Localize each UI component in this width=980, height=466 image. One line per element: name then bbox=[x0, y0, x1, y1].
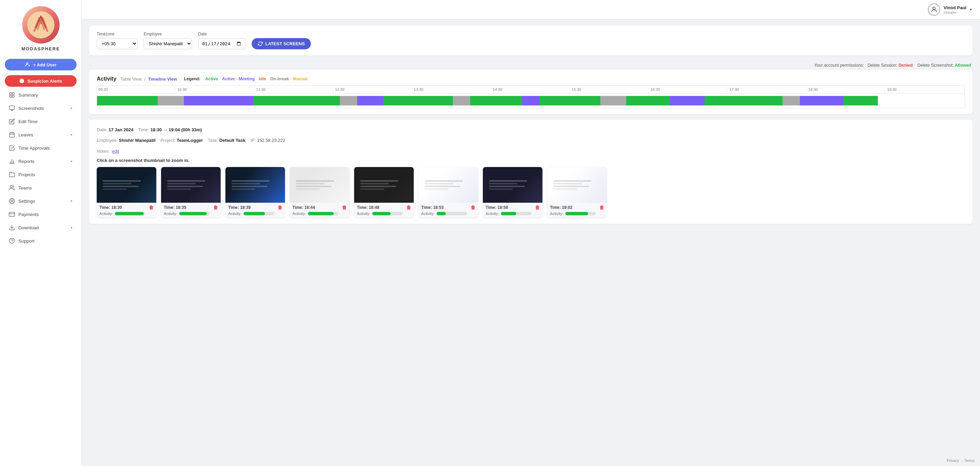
bar-chart-icon bbox=[9, 158, 15, 164]
nav-label-leaves: Leaves bbox=[18, 132, 67, 138]
activity-bar-container: Activity: bbox=[421, 212, 476, 216]
session-info: Date: 17 Jan 2024 Time: 18:30 → 19:04 (0… bbox=[97, 126, 965, 134]
delete-screenshot-button[interactable]: 🗑 bbox=[149, 205, 154, 210]
calendar-icon bbox=[9, 132, 15, 138]
screenshot-card[interactable]: Time: 19:02 🗑 Activity: bbox=[547, 167, 607, 218]
timeline-segment bbox=[97, 96, 158, 105]
thumb-line bbox=[167, 183, 196, 184]
employee-select[interactable]: Shishir Manepatil bbox=[144, 38, 192, 49]
activity-bar-container: Activity: bbox=[228, 212, 282, 216]
svg-rect-6 bbox=[13, 95, 14, 97]
suspicion-alerts-button[interactable]: Suspicion Alerts bbox=[5, 75, 76, 87]
add-user-label: + Add User bbox=[33, 62, 57, 67]
timeline-segment bbox=[357, 96, 383, 105]
nav-item-payments[interactable]: Payments bbox=[2, 208, 80, 221]
legend-manual: Manual bbox=[293, 76, 307, 81]
employee-label: Employee: bbox=[97, 138, 118, 143]
view-links: Table View / Timeline View bbox=[121, 76, 177, 82]
nav-item-screenshots[interactable]: Screenshots ▾ bbox=[2, 102, 80, 115]
thumb-line bbox=[167, 186, 203, 187]
time-value: 18:30 → 19:04 (00h 33m) bbox=[151, 127, 202, 132]
delete-screenshot-button[interactable]: 🗑 bbox=[599, 205, 604, 210]
screenshot-card[interactable]: Time: 18:39 🗑 Activity: bbox=[226, 167, 285, 218]
permissions-bar: Your account permissions: Delete Session… bbox=[89, 61, 972, 68]
nav-item-download[interactable]: Download ▾ bbox=[2, 221, 80, 234]
terms-link[interactable]: Terms bbox=[964, 458, 975, 463]
svg-rect-4 bbox=[10, 92, 11, 94]
timeline-view-link[interactable]: Timeline View bbox=[148, 76, 177, 82]
screenshot-card[interactable]: Time: 18:30 🗑 Activity: bbox=[97, 167, 156, 218]
delete-screenshot-button[interactable]: 🗑 bbox=[471, 205, 476, 210]
delete-screenshot-button[interactable]: 🗑 bbox=[406, 205, 411, 210]
screenshot-card[interactable]: Time: 18:53 🗑 Activity: bbox=[418, 167, 478, 218]
activity-bar-fill bbox=[243, 212, 265, 215]
nav-item-leaves[interactable]: Leaves ▾ bbox=[2, 128, 80, 141]
timezone-select[interactable]: +05:30 bbox=[97, 38, 138, 49]
nav-item-settings[interactable]: Settings ▾ bbox=[2, 195, 80, 208]
timeline-segment bbox=[253, 96, 340, 105]
nav-label-reports: Reports bbox=[18, 159, 67, 164]
activity-bar-fill bbox=[565, 212, 589, 215]
activity-label: Activity: bbox=[485, 212, 499, 216]
thumb-line bbox=[296, 186, 332, 187]
topbar: Vinod Paul cssuper ▾ bbox=[82, 0, 980, 19]
timeline-gap bbox=[878, 96, 965, 105]
logo-text: MODASPHERE bbox=[21, 46, 60, 51]
nav-item-reports[interactable]: Reports ▾ bbox=[2, 155, 80, 168]
chevron-icon: ▾ bbox=[70, 225, 73, 230]
activity-bar-container: Activity: bbox=[293, 212, 347, 216]
svg-rect-5 bbox=[13, 92, 14, 94]
svg-point-3 bbox=[21, 80, 23, 82]
screenshot-card[interactable]: Time: 18:58 🗑 Activity: bbox=[483, 167, 542, 218]
screenshot-card[interactable]: Time: 18:44 🗑 Activity: bbox=[290, 167, 349, 218]
thumb-line bbox=[167, 189, 191, 190]
screenshot-card[interactable]: Time: 18:35 🗑 Activity: bbox=[161, 167, 221, 218]
nav-item-projects[interactable]: Projects bbox=[2, 168, 80, 181]
svg-rect-11 bbox=[10, 133, 14, 138]
legend-idle: Idle bbox=[259, 76, 266, 81]
thumb-line bbox=[360, 180, 398, 182]
thumb-line bbox=[103, 186, 138, 187]
nav-item-time-approvals[interactable]: Time Approvals bbox=[2, 141, 80, 154]
latest-screens-label: LATEST SCREENS bbox=[265, 41, 305, 46]
timeline-segment bbox=[800, 96, 843, 105]
add-user-button[interactable]: + Add User bbox=[5, 59, 76, 70]
chevron-icon: ▾ bbox=[70, 133, 73, 137]
legend-label: Legend: bbox=[184, 76, 200, 81]
screenshot-time-row: Time: 18:53 🗑 bbox=[421, 205, 476, 210]
date-input[interactable] bbox=[198, 38, 245, 49]
project-label: Project: bbox=[161, 138, 175, 143]
table-view-link[interactable]: Table View bbox=[121, 76, 142, 82]
nav-item-edit-time[interactable]: Edit Time bbox=[2, 115, 80, 128]
thumb-preview bbox=[167, 180, 215, 190]
nav-item-summary[interactable]: Summary bbox=[2, 89, 80, 101]
activity-bar bbox=[115, 212, 145, 215]
edit-notes-link[interactable]: edit bbox=[112, 149, 119, 154]
timeline-tick: 15:30 bbox=[570, 86, 649, 93]
people-icon bbox=[9, 185, 15, 191]
check-icon bbox=[9, 145, 15, 151]
timeline-segment bbox=[843, 96, 878, 105]
nav-items: Summary Screenshots ▾ Edit Time Leaves ▾… bbox=[0, 88, 81, 247]
user-name: Vinod Paul bbox=[943, 5, 966, 10]
delete-screenshot-button[interactable]: 🗑 bbox=[535, 205, 540, 210]
delete-screenshot-button[interactable]: 🗑 bbox=[213, 205, 218, 210]
legend: Legend: Active Active - Meeting Idle On-… bbox=[184, 76, 308, 81]
activity-label: Activity: bbox=[357, 212, 371, 216]
thumb-line bbox=[103, 183, 131, 184]
user-info[interactable]: Vinod Paul cssuper ▾ bbox=[928, 3, 972, 16]
screenshot-card[interactable]: Time: 18:48 🗑 Activity: bbox=[354, 167, 414, 218]
screenshot-footer: Time: 19:02 🗑 Activity: bbox=[547, 203, 607, 218]
task-label: Task: bbox=[208, 138, 218, 143]
latest-screens-button[interactable]: LATEST SCREENS bbox=[251, 38, 311, 49]
timeline-header: 09:3010:3011:3012:3013:3014:3015:3016:30… bbox=[97, 86, 965, 94]
nav-label-summary: Summary bbox=[18, 92, 73, 98]
activity-bar bbox=[243, 212, 274, 215]
screenshot-thumbnail bbox=[290, 167, 349, 203]
delete-screenshot-button[interactable]: 🗑 bbox=[342, 205, 347, 210]
nav-item-support[interactable]: Support bbox=[2, 235, 80, 247]
nav-item-teams[interactable]: Teams bbox=[2, 181, 80, 194]
delete-screenshot-button[interactable]: 🗑 bbox=[277, 205, 282, 210]
privacy-link[interactable]: Privacy bbox=[947, 458, 959, 463]
activity-bar bbox=[372, 212, 403, 215]
